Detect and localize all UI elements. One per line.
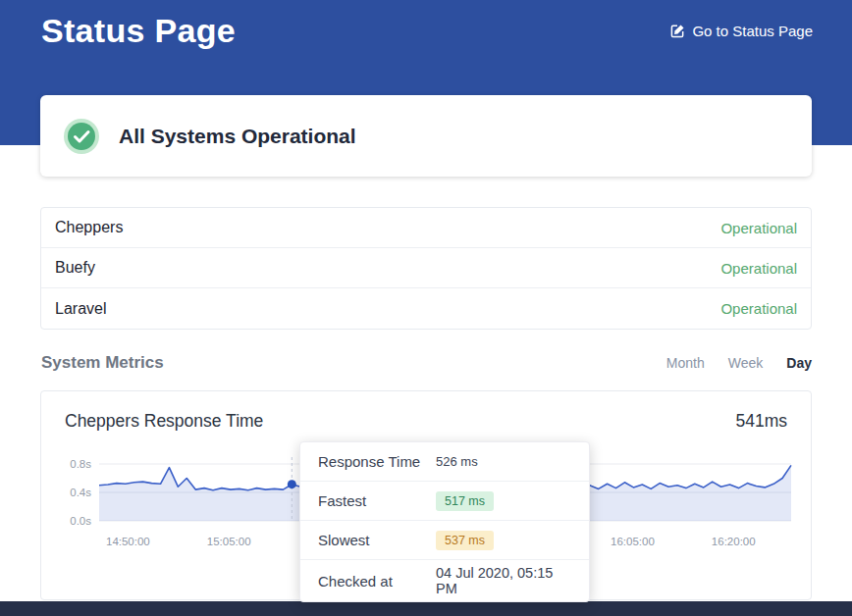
go-to-status-page-label: Go to Status Page [692, 23, 813, 39]
tooltip-row: Response Time 526 ms [300, 442, 589, 482]
go-to-status-page-link[interactable]: Go to Status Page [670, 23, 813, 39]
chart-head: Cheppers Response Time 541ms [65, 411, 787, 432]
tab-week[interactable]: Week [728, 355, 764, 371]
tab-month[interactable]: Month [666, 355, 705, 371]
external-link-icon [670, 24, 685, 38]
status-message: All Systems Operational [119, 125, 356, 148]
svg-text:16:05:00: 16:05:00 [611, 536, 655, 547]
service-row: Laravel Operational [41, 288, 811, 329]
tooltip-value: 526 ms [436, 454, 478, 469]
service-name: Buefy [55, 259, 95, 277]
chart-tooltip: Response Time 526 ms Fastest 517 ms Slow… [299, 441, 590, 602]
service-row: Buefy Operational [41, 248, 811, 288]
metrics-tabs: Month Week Day [666, 355, 812, 371]
footer [0, 601, 852, 616]
svg-text:16:20:00: 16:20:00 [712, 536, 756, 547]
status-card: All Systems Operational [40, 95, 812, 177]
tooltip-value-fastest-badge: 517 ms [436, 491, 494, 511]
tooltip-label: Fastest [318, 492, 436, 509]
service-name: Cheppers [55, 219, 123, 236]
page-title: Status Page [41, 12, 236, 50]
svg-text:0.0s: 0.0s [70, 515, 91, 527]
services-card: Cheppers Operational Buefy Operational L… [40, 207, 812, 330]
chart-title: Cheppers Response Time [65, 411, 263, 432]
svg-text:15:05:00: 15:05:00 [207, 536, 251, 547]
service-row: Cheppers Operational [41, 208, 811, 248]
tooltip-row: Checked at 04 Jul 2020, 05:15 PM [300, 560, 589, 601]
svg-text:0.4s: 0.4s [70, 487, 91, 498]
check-icon [64, 119, 99, 154]
tooltip-label: Slowest [318, 532, 436, 548]
system-metrics-heading: System Metrics [41, 353, 164, 373]
chart-current-value: 541ms [735, 411, 787, 432]
service-status: Operational [720, 300, 797, 317]
tooltip-label: Checked at [318, 573, 436, 590]
svg-text:14:50:00: 14:50:00 [106, 536, 150, 547]
metrics-bar: System Metrics Month Week Day [41, 353, 812, 373]
service-status: Operational [720, 220, 797, 236]
svg-text:0.8s: 0.8s [70, 458, 91, 470]
service-status: Operational [720, 260, 797, 277]
tooltip-value: 04 Jul 2020, 05:15 PM [436, 565, 571, 596]
page: Status Page Go to Status Page All System… [0, 0, 852, 616]
service-name: Laravel [55, 300, 106, 318]
tooltip-label: Response Time [318, 453, 436, 470]
tooltip-row: Slowest 537 ms [300, 521, 589, 560]
tab-day[interactable]: Day [786, 355, 812, 371]
tooltip-row: Fastest 517 ms [300, 482, 589, 521]
tooltip-value-slowest-badge: 537 ms [436, 531, 494, 550]
